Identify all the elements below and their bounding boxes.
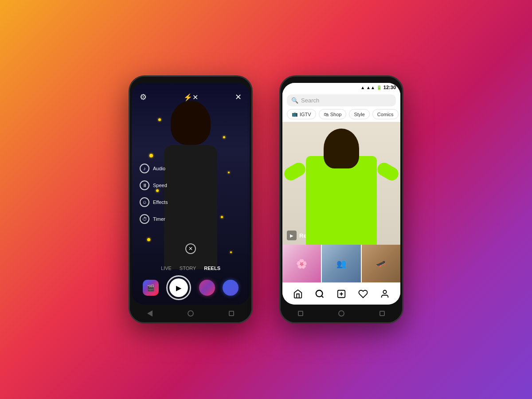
speed-icon: ⏸ xyxy=(140,180,149,190)
audio-icon: ♪ xyxy=(140,164,149,173)
camera-top-controls: ⚙ ⚡✕ ✕ xyxy=(137,91,244,103)
profile-nav-icon[interactable] xyxy=(379,288,391,300)
home-button-right[interactable] xyxy=(338,310,344,317)
chip-shop-label: Shop xyxy=(330,112,342,117)
svg-point-0 xyxy=(316,290,323,297)
filter-chips: 📺 IGTV 🛍 Shop Style Comics TV & Movies xyxy=(282,109,400,122)
camera-controls-row: 🎬 ▶ xyxy=(132,275,250,300)
create-nav-icon[interactable] xyxy=(335,288,348,300)
close-icon[interactable]: ✕ xyxy=(232,91,244,103)
recents-button[interactable] xyxy=(229,311,234,316)
speed-label: Speed xyxy=(153,183,167,188)
home-button[interactable] xyxy=(188,310,194,317)
filter-button-pink[interactable] xyxy=(199,280,215,296)
search-placeholder: Search xyxy=(301,97,319,104)
status-bar: ▲ ▲▲ 🔋 12:30 xyxy=(282,83,400,92)
effects-icon: ☺ xyxy=(140,197,149,207)
timer-label: Timer xyxy=(153,216,165,222)
capture-button[interactable]: ▶ xyxy=(166,275,191,300)
right-phone: ▲ ▲▲ 🔋 12:30 🔍 Search 📺 IGTV xyxy=(279,75,403,324)
wifi-icon: ▲ xyxy=(360,85,365,90)
thumb-3[interactable]: 🛹 xyxy=(362,245,400,282)
sparkle xyxy=(228,172,230,173)
explore-screen: ▲ ▲▲ 🔋 12:30 🔍 Search 📺 IGTV xyxy=(282,83,400,305)
home-nav-icon[interactable] xyxy=(292,288,304,300)
close-badge[interactable]: ✕ xyxy=(185,243,196,254)
settings-icon[interactable]: ⚙ xyxy=(137,91,149,103)
effects-label: Effects xyxy=(153,200,168,205)
search-input-box[interactable]: 🔍 Search xyxy=(287,94,396,106)
right-person-hair xyxy=(324,129,359,168)
status-time: 12:30 xyxy=(383,85,396,90)
camera-bottom: ✕ LIVE STORY REELS 🎬 ▶ xyxy=(132,266,250,300)
reels-icon: ▶ xyxy=(287,231,297,240)
thumbnail-grid: 🌸 👥 🛹 xyxy=(282,245,400,282)
sparkle xyxy=(223,136,225,138)
activity-nav-icon[interactable] xyxy=(357,288,369,300)
chip-igtv-label: IGTV xyxy=(300,112,311,117)
back-button[interactable] xyxy=(147,310,153,317)
reels-video-area: ▶ Reels xyxy=(282,122,400,245)
video-person-bg xyxy=(282,122,400,245)
battery-icon: 🔋 xyxy=(376,85,382,90)
effects-menu-item[interactable]: ☺ Effects xyxy=(140,197,168,207)
chip-comics-label: Comics xyxy=(377,112,394,117)
recents-button-right[interactable] xyxy=(298,311,303,316)
svg-line-1 xyxy=(321,296,323,297)
sparkle xyxy=(158,118,161,121)
sparkle xyxy=(230,251,232,253)
camera-side-menu: ♪ Audio ⏸ Speed ☺ Effects ⏱ Timer xyxy=(140,164,168,224)
live-mode[interactable]: LIVE xyxy=(161,266,172,271)
speed-menu-item[interactable]: ⏸ Speed xyxy=(140,180,168,190)
chip-style-label: Style xyxy=(354,112,364,117)
right-phone-nav-bar xyxy=(281,305,402,322)
reels-logo: 🎬 xyxy=(143,280,159,296)
search-bar: 🔍 Search xyxy=(282,92,400,109)
chip-igtv[interactable]: 📺 IGTV xyxy=(287,109,316,119)
camera-screen: ⚙ ⚡✕ ✕ ♪ Audio ⏸ Speed ☺ Effects xyxy=(132,83,250,305)
audio-menu-item[interactable]: ♪ Audio xyxy=(140,164,168,173)
left-phone-nav-bar xyxy=(130,305,251,322)
camera-mode-bar: LIVE STORY REELS xyxy=(132,266,250,271)
search-nav-icon[interactable] xyxy=(313,288,326,300)
right-person-body xyxy=(306,156,377,245)
sparkle xyxy=(221,216,223,218)
flash-off-icon[interactable]: ⚡✕ xyxy=(184,91,197,103)
audio-label: Audio xyxy=(153,166,165,171)
status-icons: ▲ ▲▲ 🔋 xyxy=(360,85,382,90)
sparkle xyxy=(147,238,150,241)
back-button-right[interactable] xyxy=(379,311,385,316)
signal-icon: ▲▲ xyxy=(366,85,375,90)
chip-comics[interactable]: Comics xyxy=(372,109,399,119)
sparkle xyxy=(149,154,153,157)
timer-menu-item[interactable]: ⏱ Timer xyxy=(140,214,168,224)
search-icon: 🔍 xyxy=(291,97,298,104)
bottom-navigation xyxy=(282,282,400,305)
chip-shop[interactable]: 🛍 Shop xyxy=(319,109,347,119)
thumb-1[interactable]: 🌸 xyxy=(282,245,321,282)
left-phone: ⚙ ⚡✕ ✕ ♪ Audio ⏸ Speed ☺ Effects xyxy=(129,75,253,324)
chip-style[interactable]: Style xyxy=(349,109,369,119)
timer-icon: ⏱ xyxy=(140,214,149,224)
story-mode[interactable]: STORY xyxy=(180,266,196,271)
shop-icon: 🛍 xyxy=(324,112,329,117)
reels-mode[interactable]: REELS xyxy=(204,266,220,271)
svg-point-5 xyxy=(383,290,387,293)
filter-button-blue[interactable] xyxy=(223,280,239,296)
igtv-icon: 📺 xyxy=(292,111,298,117)
thumb-2[interactable]: 👥 xyxy=(322,245,360,282)
person-hair xyxy=(171,101,211,145)
